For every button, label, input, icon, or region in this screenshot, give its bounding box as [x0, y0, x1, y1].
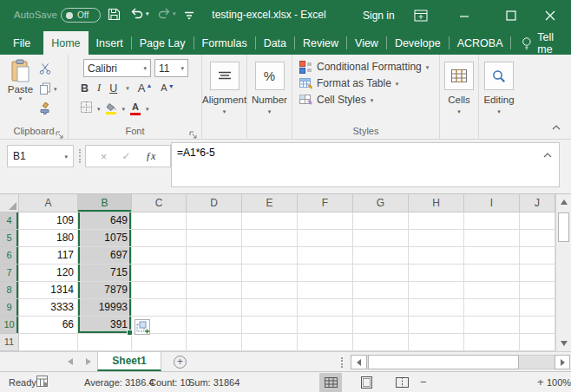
cell[interactable] — [187, 334, 242, 351]
copy-dropdown-icon[interactable]: ▾ — [54, 86, 57, 92]
cell[interactable] — [409, 212, 464, 230]
name-box-dropdown-icon[interactable]: ▾ — [64, 154, 68, 160]
cell[interactable] — [298, 265, 353, 282]
cell[interactable] — [353, 265, 409, 282]
font-name-select[interactable]: Calibri ▾ — [83, 59, 151, 77]
formula-bar-drag-handle[interactable] — [79, 149, 81, 163]
cell[interactable] — [132, 230, 187, 247]
tab-home[interactable]: Home — [43, 31, 88, 55]
clipboard-dialog-launcher-icon[interactable] — [56, 127, 64, 135]
cut-button[interactable] — [39, 62, 57, 75]
column-header-F[interactable]: F — [298, 194, 353, 212]
cell[interactable] — [242, 247, 298, 265]
tab-review[interactable]: Review — [295, 31, 346, 55]
cell[interactable] — [520, 265, 555, 282]
decrease-font-size-button[interactable]: A▼ — [161, 83, 174, 93]
zoom-in-button[interactable]: + — [537, 376, 544, 389]
cell-B4[interactable]: 649 — [78, 212, 132, 230]
increase-font-size-button[interactable]: A▲ — [138, 82, 153, 94]
horizontal-scrollbar-thumb[interactable] — [368, 355, 519, 369]
vertical-scrollbar[interactable] — [555, 194, 571, 351]
row-header-10[interactable]: 10 — [0, 317, 19, 334]
paste-button[interactable]: Paste ▾ — [4, 59, 36, 120]
previous-sheet-icon[interactable] — [68, 358, 73, 365]
alignment-button[interactable] — [210, 62, 240, 90]
zoom-level[interactable]: 100% — [547, 377, 571, 388]
cell[interactable] — [353, 317, 409, 334]
cell-B11[interactable] — [78, 334, 132, 351]
zoom-out-button[interactable]: − — [420, 376, 427, 389]
cell[interactable] — [464, 334, 520, 351]
cell[interactable] — [520, 317, 555, 334]
select-all-button[interactable] — [0, 194, 19, 212]
cell[interactable] — [353, 299, 409, 317]
cell[interactable] — [464, 212, 520, 230]
editing-dropdown-icon[interactable]: ▾ — [479, 108, 519, 115]
cell[interactable] — [187, 265, 242, 282]
macro-record-icon[interactable] — [36, 376, 48, 389]
cell-B6[interactable]: 697 — [78, 247, 132, 265]
italic-button[interactable]: I — [97, 82, 101, 95]
editing-button[interactable] — [484, 62, 514, 90]
next-sheet-icon[interactable] — [86, 358, 91, 365]
cell[interactable] — [187, 212, 242, 230]
copy-button[interactable]: ▾ — [39, 82, 57, 95]
font-color-dropdown-icon[interactable]: ▾ — [146, 106, 149, 112]
fill-color-button[interactable] — [106, 103, 117, 114]
sheet-tab-sheet1[interactable]: Sheet1 — [97, 352, 161, 371]
row-header-7[interactable]: 7 — [0, 265, 19, 282]
cells-dropdown-icon[interactable]: ▾ — [440, 108, 478, 115]
column-header-B[interactable]: B — [78, 194, 132, 212]
cell[interactable] — [242, 334, 298, 351]
row-header-8[interactable]: 8 — [0, 282, 19, 299]
cell[interactable] — [298, 334, 353, 351]
cell[interactable] — [409, 317, 464, 334]
cell-A8[interactable]: 1314 — [19, 282, 78, 299]
cell[interactable] — [464, 282, 520, 299]
status-sum[interactable]: Sum: 31864 — [188, 377, 240, 388]
cell[interactable] — [464, 265, 520, 282]
cell[interactable] — [409, 230, 464, 247]
formula-input[interactable]: =A1*6-5 — [171, 142, 560, 187]
cell[interactable] — [298, 299, 353, 317]
collapse-ribbon-icon[interactable] — [552, 118, 561, 134]
row-header-6[interactable]: 6 — [0, 247, 19, 265]
ribbon-display-options-icon[interactable] — [411, 7, 430, 24]
conditional-formatting-button[interactable]: Conditional Formatting ▾ — [299, 59, 429, 75]
cell[interactable] — [132, 299, 187, 317]
font-size-select[interactable]: 11 ▾ — [154, 59, 188, 77]
cell[interactable] — [132, 265, 187, 282]
tab-data[interactable]: Data — [256, 31, 294, 55]
close-button[interactable] — [541, 7, 560, 24]
cell[interactable] — [409, 265, 464, 282]
format-painter-button[interactable] — [39, 101, 57, 115]
cell[interactable] — [520, 212, 555, 230]
cell[interactable] — [187, 282, 242, 299]
cell[interactable] — [353, 247, 409, 265]
paste-dropdown-icon[interactable]: ▾ — [19, 95, 23, 101]
cell[interactable] — [242, 317, 298, 334]
tell-me-box[interactable]: Tell me — [522, 31, 571, 55]
borders-icon[interactable] — [81, 101, 92, 116]
cell[interactable] — [409, 282, 464, 299]
cell[interactable] — [187, 230, 242, 247]
cell-A11[interactable] — [19, 334, 78, 351]
cell[interactable] — [132, 212, 187, 230]
cell[interactable] — [132, 334, 187, 351]
cell[interactable] — [353, 230, 409, 247]
cell[interactable] — [298, 282, 353, 299]
cell[interactable] — [298, 230, 353, 247]
cell[interactable] — [464, 317, 520, 334]
expand-formula-bar-icon[interactable] — [543, 148, 552, 160]
enter-button[interactable]: ✓ — [122, 150, 131, 162]
cell[interactable] — [242, 265, 298, 282]
cell[interactable] — [409, 247, 464, 265]
maximize-button[interactable] — [502, 7, 521, 24]
cell[interactable] — [520, 299, 555, 317]
number-format-button[interactable]: % — [255, 62, 285, 90]
row-header-11[interactable]: 11 — [0, 334, 19, 351]
cell[interactable] — [132, 282, 187, 299]
cell[interactable] — [464, 230, 520, 247]
fill-color-dropdown-icon[interactable]: ▾ — [122, 106, 126, 112]
borders-dropdown-icon[interactable]: ▾ — [97, 106, 101, 112]
